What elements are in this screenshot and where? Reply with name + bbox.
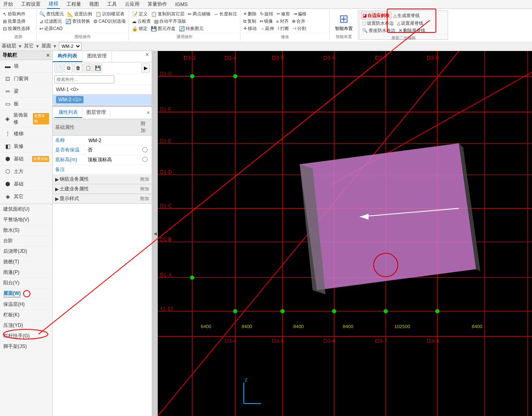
nav-item-scaffold[interactable]: 脚手架(JS) (0, 341, 52, 352)
props-section-civil-add[interactable]: 附加 (140, 186, 149, 192)
menu-project-settings[interactable]: 工程设置 (19, 0, 42, 9)
ribbon-btn-save-element[interactable]: 💾 图元存盘 (150, 25, 177, 32)
canvas-area[interactable]: D3-3 D3-4 D3-5 D3-6 D3-7 D3-8 D1-G D1-F … (158, 51, 532, 416)
ribbon-btn-two-axis[interactable]: ✏ 两点辅轴 (187, 11, 212, 17)
nav-item-door-window[interactable]: ⊡ 门窗洞 (0, 73, 52, 85)
nav-item-balcony[interactable]: 阳台(Y) (0, 278, 52, 288)
prop-input-name[interactable] (88, 137, 136, 144)
tab-drawing-mgmt[interactable]: 图纸管理 (82, 51, 112, 62)
nav-item-slab[interactable]: ▭ 板 (0, 98, 52, 110)
layer-select-wm[interactable]: WM-2 WM-1 (59, 42, 82, 50)
props-panel-close[interactable]: ✕ (146, 110, 150, 115)
ribbon-btn-gen-ridge[interactable]: △ 生成屋脊线 (392, 12, 421, 19)
nav-item-other[interactable]: ◈ 其它 (0, 190, 52, 203)
nav-close-icon[interactable]: ✕ (46, 53, 50, 58)
nav-item-cap[interactable]: 压顶(YD) (0, 320, 52, 331)
tool-btn-delete-comp[interactable]: 🗑 (74, 64, 83, 73)
tool-btn-new[interactable]: 📄 (54, 64, 63, 73)
tool-btn-copy-comp[interactable]: ⧉ (64, 64, 73, 73)
list-item-wm1[interactable]: WM-1 <0> (53, 85, 152, 94)
collapse-middle-panel[interactable]: ◀ (152, 51, 158, 416)
ribbon-btn-trim[interactable]: ✂ 修剪 (275, 11, 291, 17)
ribbon-btn-recognize-floor[interactable]: 📋 识别楼层表 (94, 11, 126, 17)
nav-item-building-area[interactable]: 建筑面积(U) (0, 204, 52, 215)
ribbon-btn-pick[interactable]: ↖ 拾取构件 (2, 11, 27, 17)
menu-quantities[interactable]: 工程量 (65, 0, 83, 9)
props-section-rebar-add[interactable]: 附加 (140, 176, 149, 182)
prop-radio-elevation[interactable] (138, 155, 152, 165)
ribbon-btn-length-mark[interactable]: ↔ 长度标注 (212, 11, 238, 17)
prop-value-note[interactable] (85, 165, 138, 175)
props-section-display[interactable]: ▶ 显示样式 附加 (53, 194, 152, 204)
ribbon-btn-auto-align[interactable]: ▤ 自动平齐顶板 (153, 18, 187, 25)
ribbon-btn-check-waterproof[interactable]: 🔍 查改防水卷边 (361, 27, 397, 34)
nav-item-roof[interactable]: 屋面(W) (0, 288, 52, 299)
nav-item-canopy[interactable]: 雨蓬(P) (0, 267, 52, 278)
ribbon-btn-cloud-check[interactable]: ☁ 云检查 (131, 18, 152, 25)
ribbon-btn-set-waterproof[interactable]: ⬚ 设置防水卷边 (361, 20, 395, 27)
ribbon-btn-move[interactable]: ✛ 移动 (242, 25, 258, 32)
tab-layer-mgmt[interactable]: 图层管理 (82, 108, 110, 118)
nav-item-parapet[interactable]: 栏板(K) (0, 310, 52, 320)
ribbon-btn-mirror[interactable]: ⇔ 镜像 (258, 18, 274, 25)
nav-item-stairs[interactable]: ⋮ 楼梯 (0, 128, 52, 140)
nav-item-foundation2[interactable]: ⬢ 基础 免费体验 (0, 153, 52, 165)
nav-item-decoration[interactable]: ◈ 装饰装修 免费体验 (0, 110, 52, 128)
nav-item-earthwork[interactable]: ⬡ 土方 (0, 165, 52, 178)
ribbon-btn-find-element[interactable]: 🔍 查找图元 (38, 11, 65, 17)
smart-layout-label[interactable]: 智能布置 (335, 26, 353, 32)
ribbon-btn-split[interactable]: ⊣ 分割 (291, 25, 307, 32)
menu-build-model[interactable]: 建模 (47, 0, 60, 9)
ribbon-btn-define[interactable]: 📝 定义 (131, 11, 149, 17)
nav-item-leveling[interactable]: 平整场地(V) (0, 215, 52, 225)
ribbon-btn-break[interactable]: ⌇ 打断 (276, 25, 290, 32)
ribbon-btn-adapt-slope[interactable]: ◪ 自适应斜板 (361, 12, 391, 19)
menu-calc-collab[interactable]: 算量协作 (146, 0, 169, 9)
menu-tools[interactable]: 工具 (105, 0, 118, 9)
tab-props-list[interactable]: 属性列表 (54, 108, 82, 118)
ribbon-btn-copy[interactable]: ⧉ 复制 (242, 18, 257, 25)
ribbon-btn-merge[interactable]: ⊕ 合并 (291, 18, 307, 25)
tool-btn-more[interactable]: ▶ (141, 64, 150, 73)
radio-insulation[interactable] (142, 147, 148, 152)
nav-item-eave[interactable]: 挑檐(T) (0, 257, 52, 267)
prop-value-name[interactable] (85, 136, 138, 145)
props-section-rebar[interactable]: ▶ 钢筋业务属性 附加 (53, 175, 152, 184)
ribbon-btn-align[interactable]: ≡ 对齐 (275, 18, 290, 25)
component-panel-close[interactable]: ✕ (143, 51, 152, 62)
ribbon-btn-offset[interactable]: ⇥ 偏移 (292, 11, 308, 17)
radio-elevation[interactable] (142, 157, 148, 162)
ribbon-btn-restore-cad[interactable]: ↩ 还原CAD (38, 25, 64, 32)
ribbon-btn-set-scale[interactable]: 📐 设置比例 (66, 11, 93, 17)
ribbon-btn-lock[interactable]: 🔒 锁定 (131, 25, 149, 32)
props-section-display-add[interactable]: 附加 (140, 196, 149, 202)
prop-input-note[interactable] (88, 166, 136, 173)
nav-item-railing[interactable]: 栏杆扶手(G) (0, 331, 52, 341)
nav-item-steps[interactable]: 台阶 (0, 236, 52, 246)
ribbon-btn-copy-floor[interactable]: 📋 复制到其它层 (150, 11, 186, 17)
ribbon-btn-extend[interactable]: → 延伸 (259, 25, 275, 32)
ribbon-btn-cad-options[interactable]: ⚙ CAD识别选项 (92, 18, 127, 25)
menu-cloud[interactable]: 云应用 (123, 0, 141, 9)
menu-start[interactable]: 开始 (2, 0, 15, 9)
menu-view[interactable]: 视图 (88, 0, 101, 9)
ribbon-btn-rotate[interactable]: ↻ 旋转 (259, 11, 275, 17)
ribbon-btn-attr-select[interactable]: ⊟ 按属性选择 (2, 25, 31, 32)
ribbon-btn-set-ridge[interactable]: △ 设置屋脊线 (396, 20, 425, 27)
ribbon-btn-batch-select[interactable]: ⊞ 批量选择 (2, 18, 27, 25)
props-section-civil[interactable]: ▶ 土建业务属性 附加 (53, 184, 152, 194)
nav-item-wall[interactable]: ▬ 墙 (0, 60, 52, 73)
ribbon-btn-delete[interactable]: ✕ 删除 (242, 11, 258, 17)
ribbon-btn-filter-element[interactable]: ⊿ 过滤图元 (38, 18, 63, 25)
list-item-wm2[interactable]: WM-2 <1> (53, 94, 152, 105)
ribbon-btn-find-replace[interactable]: 🔄 查找替换 (64, 18, 91, 25)
nav-item-finishing[interactable]: ◧ 装修 (0, 140, 52, 153)
component-search-input[interactable] (54, 75, 114, 83)
menu-igms[interactable]: IGMS (174, 1, 189, 8)
tool-btn-save-comp[interactable]: 💾 (93, 64, 102, 73)
ribbon-btn-del-ridge[interactable]: ✕ 删除屋脊线 (397, 27, 427, 34)
nav-item-post-pour[interactable]: 后浇带(JD) (0, 246, 52, 257)
nav-item-apron[interactable]: 散水(S) (0, 225, 52, 236)
tab-component-list[interactable]: 构件列表 (53, 51, 82, 62)
nav-item-insulation[interactable]: 保温层(H) (0, 299, 52, 310)
